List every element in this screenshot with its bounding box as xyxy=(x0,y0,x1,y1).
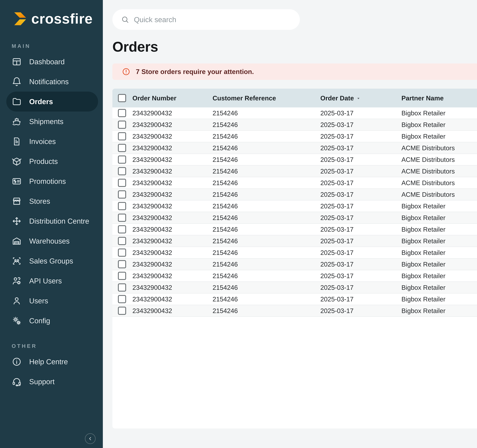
sidebar-item-invoices[interactable]: Invoices xyxy=(0,131,103,151)
sidebar-item-support[interactable]: Support xyxy=(0,372,103,392)
store-icon xyxy=(12,196,22,206)
row-checkbox[interactable] xyxy=(118,214,126,222)
cell-order-date: 2025-03-17 xyxy=(320,249,401,256)
select-all-checkbox[interactable] xyxy=(118,94,126,102)
search-bar[interactable] xyxy=(112,9,300,30)
search-input[interactable] xyxy=(134,15,291,24)
sidebar-nav-main: Dashboard Notifications Orders Shipments… xyxy=(0,52,103,331)
table-row[interactable]: 23432900432 2154246 2025-03-17 Bigbox Re… xyxy=(112,293,477,305)
row-checkbox[interactable] xyxy=(118,295,126,303)
main-content: Quentin Tarantino Orders Show Filters Cr… xyxy=(103,0,477,448)
cell-order-number: 23432900432 xyxy=(132,249,213,256)
help-icon xyxy=(12,357,22,367)
table-row[interactable]: 23432900432 2154246 2025-03-17 Bigbox Re… xyxy=(112,107,477,119)
sidebar-collapse-button[interactable] xyxy=(85,433,95,444)
row-checkbox[interactable] xyxy=(118,225,126,233)
sidebar-item-users[interactable]: Users xyxy=(0,291,103,311)
sidebar-item-shipments[interactable]: Shipments xyxy=(0,111,103,131)
cell-partner-name: ACME Distributors xyxy=(401,168,477,175)
table-row[interactable]: 23432900432 2154246 2025-03-17 ACME Dist… xyxy=(112,166,477,177)
row-checkbox[interactable] xyxy=(118,307,126,315)
sidebar-section-main-label: MAIN xyxy=(0,43,103,49)
table-row[interactable]: 23432900432 2154246 2025-03-17 Bigbox Re… xyxy=(112,259,477,270)
table-row[interactable]: 23432900432 2154246 2025-03-17 Bigbox Re… xyxy=(112,247,477,259)
sidebar-item-api-users[interactable]: API Users xyxy=(0,271,103,291)
invoice-icon xyxy=(12,136,22,146)
row-checkbox[interactable] xyxy=(118,109,126,117)
cell-order-date: 2025-03-17 xyxy=(320,284,401,291)
row-checkbox[interactable] xyxy=(118,121,126,129)
column-header-customer-reference[interactable]: Customer Reference xyxy=(213,94,320,102)
sidebar-item-warehouses[interactable]: Warehouses xyxy=(0,231,103,251)
table-row[interactable]: 23432900432 2154246 2025-03-17 ACME Dist… xyxy=(112,154,477,166)
column-header-partner-name[interactable]: Partner Name xyxy=(401,94,477,102)
column-header-order-number[interactable]: Order Number xyxy=(132,94,213,102)
row-checkbox[interactable] xyxy=(118,260,126,268)
cell-partner-name: Bigbox Retailer xyxy=(401,121,477,128)
ship-icon xyxy=(12,116,22,127)
table-row[interactable]: 23432900432 2154246 2025-03-17 ACME Dist… xyxy=(112,142,477,154)
sidebar-item-config[interactable]: Config xyxy=(0,311,103,331)
sidebar-item-notifications[interactable]: Notifications xyxy=(0,72,103,92)
cell-partner-name: Bigbox Retailer xyxy=(401,295,477,303)
brand-logo: crossfire xyxy=(0,0,103,27)
table-row[interactable]: 23432900432 2154246 2025-03-17 Bigbox Re… xyxy=(112,131,477,142)
cell-order-number: 23432900432 xyxy=(132,144,213,152)
sidebar-item-distribution-centre[interactable]: Distribution Centre xyxy=(0,211,103,231)
row-checkbox[interactable] xyxy=(118,249,126,257)
row-checkbox[interactable] xyxy=(118,167,126,175)
cell-customer-reference: 2154246 xyxy=(213,295,320,303)
sidebar-item-orders[interactable]: Orders xyxy=(6,92,98,111)
cell-partner-name: Bigbox Retailer xyxy=(401,307,477,314)
cell-partner-name: Bigbox Retailer xyxy=(401,226,477,233)
support-icon xyxy=(12,377,22,387)
cell-customer-reference: 2154246 xyxy=(213,272,320,279)
table-row[interactable]: 23432900432 2154246 2025-03-17 ACME Dist… xyxy=(112,189,477,200)
row-checkbox[interactable] xyxy=(118,132,126,140)
cell-order-number: 23432900432 xyxy=(132,295,213,303)
table-row[interactable]: 23432900432 2154246 2025-03-17 Bigbox Re… xyxy=(112,224,477,235)
cell-customer-reference: 2154246 xyxy=(213,237,320,245)
cell-customer-reference: 2154246 xyxy=(213,168,320,175)
cell-customer-reference: 2154246 xyxy=(213,156,320,163)
cell-order-number: 23432900432 xyxy=(132,121,213,128)
sidebar-item-products[interactable]: Products xyxy=(0,151,103,171)
row-checkbox[interactable] xyxy=(118,202,126,210)
table-row[interactable]: 23432900432 2154246 2025-03-17 Bigbox Re… xyxy=(112,235,477,247)
sidebar-item-dashboard[interactable]: Dashboard xyxy=(0,52,103,72)
sidebar: crossfire MAIN Dashboard Notifications O… xyxy=(0,0,103,448)
cell-order-number: 23432900432 xyxy=(132,168,213,175)
row-checkbox[interactable] xyxy=(118,283,126,291)
row-checkbox[interactable] xyxy=(118,272,126,280)
row-checkbox[interactable] xyxy=(118,179,126,187)
sidebar-item-sales-groups[interactable]: Sales Groups xyxy=(0,251,103,271)
sidebar-item-stores[interactable]: Stores xyxy=(0,191,103,211)
table-row[interactable]: 23432900432 2154246 2025-03-17 Bigbox Re… xyxy=(112,212,477,224)
cell-order-date: 2025-03-17 xyxy=(320,307,401,314)
cell-partner-name: ACME Distributors xyxy=(401,179,477,186)
table-row[interactable]: 23432900432 2154246 2025-03-17 ACME Dist… xyxy=(112,177,477,189)
cell-order-date: 2025-03-17 xyxy=(320,109,401,117)
cell-customer-reference: 2154246 xyxy=(213,109,320,117)
table-row[interactable]: 23432900432 2154246 2025-03-17 Bigbox Re… xyxy=(112,305,477,317)
cell-order-number: 23432900432 xyxy=(132,272,213,279)
chevron-left-icon xyxy=(88,436,93,441)
table-row[interactable]: 23432900432 2154246 2025-03-17 Bigbox Re… xyxy=(112,119,477,131)
cell-order-number: 23432900432 xyxy=(132,179,213,186)
column-header-order-date[interactable]: Order Date xyxy=(320,94,401,102)
sidebar-nav-other: Help Centre Support xyxy=(0,352,103,392)
sidebar-section-other: OTHER Help Centre Support xyxy=(0,331,103,392)
cell-order-number: 23432900432 xyxy=(132,109,213,117)
brand-name: crossfire xyxy=(31,11,93,27)
table-row[interactable]: 23432900432 2154246 2025-03-17 Bigbox Re… xyxy=(112,282,477,293)
row-checkbox[interactable] xyxy=(118,190,126,198)
table-row[interactable]: 23432900432 2154246 2025-03-17 Bigbox Re… xyxy=(112,270,477,282)
cell-order-date: 2025-03-17 xyxy=(320,191,401,198)
sidebar-item-promotions[interactable]: Promotions xyxy=(0,171,103,191)
row-checkbox[interactable] xyxy=(118,237,126,245)
row-checkbox[interactable] xyxy=(118,144,126,152)
user-icon xyxy=(12,296,22,306)
sidebar-item-help-centre[interactable]: Help Centre xyxy=(0,352,103,372)
table-row[interactable]: 23432900432 2154246 2025-03-17 Bigbox Re… xyxy=(112,200,477,212)
row-checkbox[interactable] xyxy=(118,156,126,164)
